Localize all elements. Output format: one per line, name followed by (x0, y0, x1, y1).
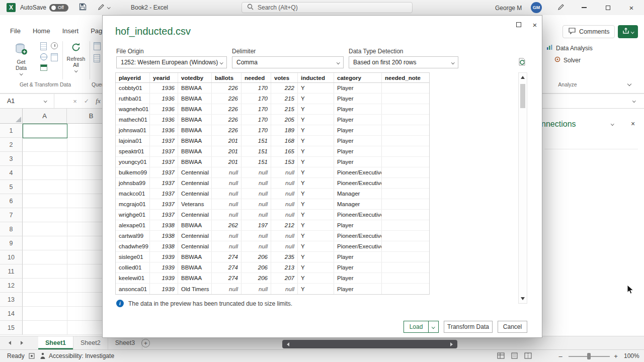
preview-cell: Y (298, 167, 334, 177)
minimize-button[interactable] (574, 0, 595, 15)
search-placeholder: Search (Alt+Q) (258, 4, 298, 11)
from-web-icon[interactable] (40, 53, 47, 60)
new-sheet-button[interactable]: + (141, 339, 150, 347)
chevron-down-icon[interactable] (107, 6, 110, 9)
row-header-14[interactable]: 14 (0, 307, 23, 321)
row-header-13[interactable]: 13 (0, 293, 23, 307)
sheet-tab-sheet3[interactable]: Sheet3 (108, 336, 143, 349)
search-input[interactable]: Search (Alt+Q) (242, 2, 413, 13)
autosave-toggle[interactable]: Off (49, 4, 68, 12)
row-header-6[interactable]: 6 (0, 194, 23, 208)
media-next-icon[interactable] (450, 342, 453, 346)
cancel-entry-button[interactable]: × (69, 94, 80, 108)
dialog-maximize-button[interactable] (512, 19, 525, 30)
quick-access-pen-button[interactable] (97, 4, 106, 12)
select-all-button[interactable] (0, 109, 23, 124)
avatar[interactable]: GM (531, 2, 542, 13)
scroll-up-button[interactable] (519, 73, 527, 81)
save-button[interactable] (78, 4, 87, 12)
preview-cell: 1937 (150, 136, 178, 146)
load-dropdown-button[interactable] (428, 321, 439, 333)
row-header-11[interactable]: 11 (0, 264, 23, 279)
cancel-button[interactable]: Cancel (498, 321, 527, 333)
sheet-tab-sheet2[interactable]: Sheet2 (73, 336, 108, 349)
zoom-in-button[interactable]: + (612, 351, 620, 360)
account-name[interactable]: George M (495, 5, 522, 12)
data-analysis-button[interactable]: Data Analysis (546, 44, 593, 52)
expand-formula-bar-icon[interactable] (632, 99, 635, 102)
share-button[interactable] (618, 25, 638, 38)
search-icon (247, 4, 254, 12)
load-button[interactable]: Load (404, 321, 429, 333)
column-header-a[interactable]: A (23, 109, 67, 124)
properties-icon[interactable] (94, 54, 100, 62)
row-header-3[interactable]: 3 (0, 152, 23, 166)
close-button[interactable]: × (621, 0, 642, 15)
ribbon-tab-home[interactable]: Home (27, 23, 56, 38)
panel-divider (544, 149, 638, 149)
comments-button[interactable]: Comments (562, 25, 615, 38)
confirm-entry-button[interactable]: ✓ (81, 94, 92, 108)
scroll-down-button[interactable] (519, 295, 527, 303)
file-origin-select[interactable]: 1252: Western European (Windows) (116, 56, 227, 68)
row-header-8[interactable]: 8 (0, 222, 23, 236)
zoom-out-button[interactable]: – (556, 351, 565, 360)
group-label-analyze: Analyze (548, 81, 587, 87)
delimiter-select[interactable]: Comma (232, 56, 344, 68)
zoom-level[interactable]: 100% (624, 352, 639, 359)
autosave-label: AutoSave (20, 4, 46, 11)
excel-logo-icon[interactable]: X (7, 3, 16, 12)
row-header-1[interactable]: 1 (0, 124, 23, 138)
close-icon: × (631, 120, 635, 128)
preview-scrollbar[interactable] (518, 72, 527, 304)
page-break-view-icon[interactable] (524, 352, 532, 359)
row-header-2[interactable]: 2 (0, 138, 23, 152)
ribbon-tab-insert[interactable]: Insert (56, 23, 85, 38)
preview-cell: 151 (242, 157, 271, 167)
recent-sources-icon[interactable] (51, 42, 58, 49)
inking-button[interactable] (556, 4, 566, 12)
get-data-label: Get Data (13, 59, 29, 71)
row-header-12[interactable]: 12 (0, 279, 23, 293)
solver-button[interactable]: Solver (554, 56, 581, 64)
refresh-all-button[interactable]: Refresh All (64, 41, 88, 80)
restore-button[interactable] (597, 0, 618, 15)
existing-connections-icon[interactable] (51, 53, 58, 61)
refresh-preview-button[interactable] (517, 58, 527, 68)
from-text-csv-icon[interactable] (40, 42, 47, 50)
preview-cell: null (242, 189, 271, 199)
panel-options-icon[interactable] (611, 122, 614, 125)
scrollbar-thumb[interactable] (520, 84, 525, 108)
sheet-tab-sheet1[interactable]: Sheet1 (38, 336, 73, 349)
queries-connections-icon[interactable] (94, 42, 101, 50)
row-header-9[interactable]: 9 (0, 236, 23, 250)
preview-cell: Player (334, 136, 382, 146)
dialog-close-button[interactable]: × (528, 19, 541, 30)
get-data-button[interactable]: Get Data (7, 41, 35, 80)
next-sheet-button[interactable] (16, 336, 27, 349)
row-header-5[interactable]: 5 (0, 180, 23, 194)
collapse-ribbon-icon[interactable] (627, 82, 631, 86)
row-header-4[interactable]: 4 (0, 166, 23, 180)
preview-cell: 1937 (150, 178, 178, 188)
accessibility-status[interactable]: Accessibility: Investigate (49, 352, 114, 359)
preview-cell: null (271, 241, 298, 251)
zoom-slider-knob[interactable] (587, 353, 591, 359)
transform-data-button[interactable]: Transform Data (444, 321, 493, 333)
panel-close-button[interactable]: × (628, 119, 638, 129)
info-icon: i (116, 300, 124, 307)
from-table-range-icon[interactable] (40, 64, 47, 71)
accessibility-icon[interactable] (40, 352, 46, 361)
ribbon-tab-file[interactable]: File (4, 23, 27, 38)
row-header-15[interactable]: 15 (0, 321, 23, 335)
normal-view-icon[interactable] (497, 352, 505, 359)
preview-cell: Y (298, 83, 334, 93)
media-previous-icon[interactable] (287, 342, 289, 346)
row-header-7[interactable]: 7 (0, 208, 23, 222)
preview-cell: Y (298, 125, 334, 135)
data-type-detection-select[interactable]: Based on first 200 rows (349, 56, 458, 68)
row-header-10[interactable]: 10 (0, 250, 23, 264)
macro-record-icon[interactable] (29, 353, 35, 360)
previous-sheet-button[interactable] (4, 336, 15, 349)
page-layout-view-icon[interactable] (511, 352, 518, 359)
